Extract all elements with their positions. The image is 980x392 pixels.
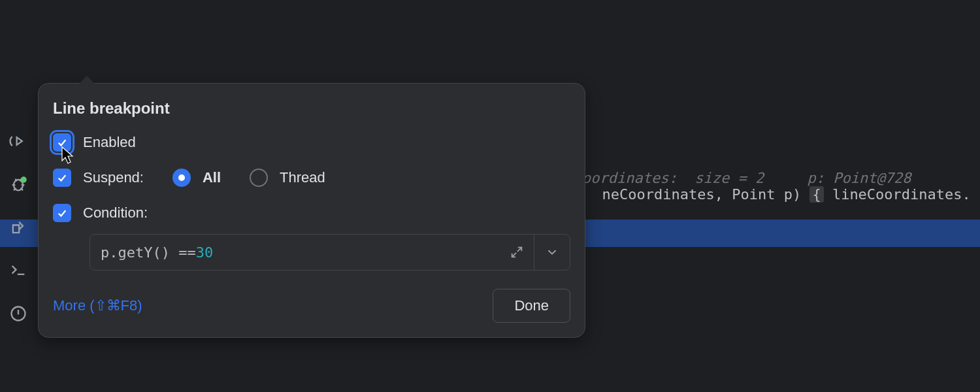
popup-title: Line breakpoint: [53, 99, 570, 118]
build-icon[interactable]: [8, 217, 29, 238]
debug-icon[interactable]: [8, 174, 29, 195]
more-link[interactable]: More (⇧⌘F8): [53, 297, 142, 314]
done-button[interactable]: Done: [493, 289, 570, 323]
suspend-thread-radio[interactable]: [250, 169, 268, 187]
suspend-all-label: All: [203, 169, 221, 186]
breakpoint-popup: Line breakpoint Enabled Suspend: All Thr…: [38, 83, 585, 338]
background-code: neCoordinates, Point p) { lineCoordinate…: [585, 170, 971, 203]
condition-input-row: p.getY() == 30: [90, 234, 570, 270]
expand-icon[interactable]: [499, 235, 534, 270]
condition-label: Condition:: [83, 204, 148, 221]
problems-icon[interactable]: [8, 303, 29, 324]
chevron-down-icon[interactable]: [534, 235, 570, 270]
suspend-thread-label: Thread: [280, 169, 325, 186]
terminal-icon[interactable]: [8, 260, 29, 281]
suspend-all-radio[interactable]: [172, 169, 191, 187]
svg-marker-0: [17, 137, 22, 145]
svg-point-2: [21, 176, 27, 182]
enabled-checkbox[interactable]: [53, 133, 71, 152]
enabled-row: Enabled: [53, 133, 570, 152]
suspend-checkbox[interactable]: [53, 169, 71, 187]
condition-checkbox[interactable]: [53, 204, 71, 222]
suspend-row: Suspend: All Thread: [53, 169, 570, 187]
condition-row: Condition:: [53, 204, 570, 222]
code-line[interactable]: System.out.println("Output values...");: [0, 55, 980, 82]
suspend-label: Suspend:: [83, 169, 144, 186]
popup-footer: More (⇧⌘F8) Done: [53, 289, 570, 323]
condition-input[interactable]: p.getY() == 30: [90, 235, 499, 270]
enabled-label: Enabled: [83, 134, 136, 151]
tool-window-bar: [0, 131, 37, 324]
run-icon[interactable]: [8, 131, 29, 152]
